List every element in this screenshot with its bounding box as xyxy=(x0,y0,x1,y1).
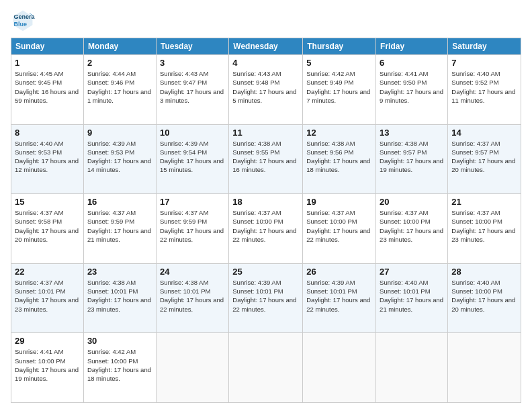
calendar-cell: 14Sunrise: 4:37 AMSunset: 9:57 PMDayligh… xyxy=(448,124,521,194)
day-number: 4 xyxy=(232,58,299,68)
day-number: 14 xyxy=(451,128,517,138)
day-info: Sunrise: 4:38 AMSunset: 9:55 PMDaylight:… xyxy=(232,139,299,175)
day-info: Sunrise: 4:39 AMSunset: 9:53 PMDaylight:… xyxy=(87,139,152,175)
calendar-cell: 19Sunrise: 4:37 AMSunset: 10:00 PMDaylig… xyxy=(303,194,376,264)
day-info: Sunrise: 4:40 AMSunset: 9:52 PMDaylight:… xyxy=(451,69,517,105)
day-info: Sunrise: 4:37 AMSunset: 10:00 PMDaylight… xyxy=(232,208,299,244)
calendar-cell: 25Sunrise: 4:39 AMSunset: 10:01 PMDaylig… xyxy=(229,263,303,333)
day-number: 13 xyxy=(380,128,444,138)
day-info: Sunrise: 4:37 AMSunset: 10:00 PMDaylight… xyxy=(380,208,444,244)
calendar-cell: 24Sunrise: 4:38 AMSunset: 10:01 PMDaylig… xyxy=(156,263,228,333)
day-number: 27 xyxy=(380,267,444,277)
calendar-cell: 9Sunrise: 4:39 AMSunset: 9:53 PMDaylight… xyxy=(83,124,156,194)
day-info: Sunrise: 4:39 AMSunset: 10:01 PMDaylight… xyxy=(306,278,372,314)
day-number: 18 xyxy=(232,197,299,207)
header-day-tuesday: Tuesday xyxy=(156,38,228,55)
day-number: 25 xyxy=(232,267,299,277)
calendar-cell: 6Sunrise: 4:41 AMSunset: 9:50 PMDaylight… xyxy=(376,55,448,125)
day-info: Sunrise: 4:42 AMSunset: 9:49 PMDaylight:… xyxy=(306,69,372,105)
calendar-cell xyxy=(229,333,303,403)
day-info: Sunrise: 4:37 AMSunset: 9:57 PMDaylight:… xyxy=(451,139,517,175)
calendar-cell: 1Sunrise: 4:45 AMSunset: 9:45 PMDaylight… xyxy=(11,55,84,125)
day-number: 6 xyxy=(380,58,444,68)
header-day-wednesday: Wednesday xyxy=(229,38,303,55)
calendar-cell: 23Sunrise: 4:38 AMSunset: 10:01 PMDaylig… xyxy=(83,263,156,333)
day-info: Sunrise: 4:39 AMSunset: 10:01 PMDaylight… xyxy=(232,278,299,314)
calendar-cell: 30Sunrise: 4:42 AMSunset: 10:00 PMDaylig… xyxy=(83,333,156,403)
day-number: 28 xyxy=(451,267,517,277)
day-info: Sunrise: 4:40 AMSunset: 10:01 PMDaylight… xyxy=(380,278,444,314)
week-row-5: 29Sunrise: 4:41 AMSunset: 10:00 PMDaylig… xyxy=(11,333,521,403)
week-row-1: 1Sunrise: 4:45 AMSunset: 9:45 PMDaylight… xyxy=(11,55,521,125)
calendar-cell: 22Sunrise: 4:37 AMSunset: 10:01 PMDaylig… xyxy=(11,263,84,333)
calendar-cell: 11Sunrise: 4:38 AMSunset: 9:55 PMDayligh… xyxy=(229,124,303,194)
day-number: 15 xyxy=(15,197,80,207)
calendar-cell: 20Sunrise: 4:37 AMSunset: 10:00 PMDaylig… xyxy=(376,194,448,264)
calendar-cell xyxy=(376,333,448,403)
day-number: 29 xyxy=(15,336,80,346)
calendar-cell: 10Sunrise: 4:39 AMSunset: 9:54 PMDayligh… xyxy=(156,124,228,194)
day-info: Sunrise: 4:37 AMSunset: 10:01 PMDaylight… xyxy=(15,278,80,314)
calendar-cell: 3Sunrise: 4:43 AMSunset: 9:47 PMDaylight… xyxy=(156,55,228,125)
calendar-cell: 28Sunrise: 4:40 AMSunset: 10:00 PMDaylig… xyxy=(448,263,521,333)
header-day-sunday: Sunday xyxy=(11,38,84,55)
calendar-cell: 12Sunrise: 4:38 AMSunset: 9:56 PMDayligh… xyxy=(303,124,376,194)
calendar-cell: 8Sunrise: 4:40 AMSunset: 9:53 PMDaylight… xyxy=(11,124,84,194)
calendar-table: SundayMondayTuesdayWednesdayThursdayFrid… xyxy=(11,38,521,403)
day-info: Sunrise: 4:37 AMSunset: 10:00 PMDaylight… xyxy=(306,208,372,244)
day-number: 30 xyxy=(87,336,152,346)
day-info: Sunrise: 4:37 AMSunset: 9:58 PMDaylight:… xyxy=(15,208,80,244)
day-info: Sunrise: 4:44 AMSunset: 9:46 PMDaylight:… xyxy=(87,69,152,105)
day-number: 16 xyxy=(87,197,152,207)
day-info: Sunrise: 4:38 AMSunset: 9:56 PMDaylight:… xyxy=(306,139,372,175)
day-number: 23 xyxy=(87,267,152,277)
day-number: 24 xyxy=(160,267,225,277)
day-info: Sunrise: 4:42 AMSunset: 10:00 PMDaylight… xyxy=(87,347,152,383)
day-info: Sunrise: 4:43 AMSunset: 9:48 PMDaylight:… xyxy=(232,69,299,105)
calendar-cell: 27Sunrise: 4:40 AMSunset: 10:01 PMDaylig… xyxy=(376,263,448,333)
logo-icon: General Blue xyxy=(11,8,35,32)
day-info: Sunrise: 4:38 AMSunset: 10:01 PMDaylight… xyxy=(87,278,152,314)
day-number: 21 xyxy=(451,197,517,207)
day-number: 22 xyxy=(15,267,80,277)
day-info: Sunrise: 4:41 AMSunset: 9:50 PMDaylight:… xyxy=(380,69,444,105)
day-info: Sunrise: 4:38 AMSunset: 9:57 PMDaylight:… xyxy=(380,139,444,175)
day-info: Sunrise: 4:38 AMSunset: 10:01 PMDaylight… xyxy=(160,278,225,314)
logo: General Blue xyxy=(11,8,38,32)
day-number: 3 xyxy=(160,58,225,68)
day-number: 9 xyxy=(87,128,152,138)
day-number: 10 xyxy=(160,128,225,138)
day-number: 19 xyxy=(306,197,372,207)
header: General Blue xyxy=(11,8,521,32)
calendar-cell: 16Sunrise: 4:37 AMSunset: 9:59 PMDayligh… xyxy=(83,194,156,264)
day-number: 17 xyxy=(160,197,225,207)
calendar-body: 1Sunrise: 4:45 AMSunset: 9:45 PMDaylight… xyxy=(11,55,521,403)
day-info: Sunrise: 4:43 AMSunset: 9:47 PMDaylight:… xyxy=(160,69,225,105)
calendar-cell: 4Sunrise: 4:43 AMSunset: 9:48 PMDaylight… xyxy=(229,55,303,125)
calendar-header-row: SundayMondayTuesdayWednesdayThursdayFrid… xyxy=(11,38,521,55)
header-day-thursday: Thursday xyxy=(303,38,376,55)
calendar-cell: 21Sunrise: 4:37 AMSunset: 10:00 PMDaylig… xyxy=(448,194,521,264)
calendar-cell: 26Sunrise: 4:39 AMSunset: 10:01 PMDaylig… xyxy=(303,263,376,333)
calendar-cell: 18Sunrise: 4:37 AMSunset: 10:00 PMDaylig… xyxy=(229,194,303,264)
day-number: 12 xyxy=(306,128,372,138)
day-number: 11 xyxy=(232,128,299,138)
day-number: 5 xyxy=(306,58,372,68)
day-number: 20 xyxy=(380,197,444,207)
calendar-cell xyxy=(303,333,376,403)
calendar-cell: 7Sunrise: 4:40 AMSunset: 9:52 PMDaylight… xyxy=(448,55,521,125)
day-number: 26 xyxy=(306,267,372,277)
day-info: Sunrise: 4:41 AMSunset: 10:00 PMDaylight… xyxy=(15,347,80,383)
day-info: Sunrise: 4:45 AMSunset: 9:45 PMDaylight:… xyxy=(15,69,80,105)
calendar-cell xyxy=(156,333,228,403)
header-day-saturday: Saturday xyxy=(448,38,521,55)
day-info: Sunrise: 4:37 AMSunset: 9:59 PMDaylight:… xyxy=(87,208,152,244)
day-number: 2 xyxy=(87,58,152,68)
calendar-cell xyxy=(448,333,521,403)
week-row-2: 8Sunrise: 4:40 AMSunset: 9:53 PMDaylight… xyxy=(11,124,521,194)
calendar-cell: 17Sunrise: 4:37 AMSunset: 9:59 PMDayligh… xyxy=(156,194,228,264)
day-info: Sunrise: 4:39 AMSunset: 9:54 PMDaylight:… xyxy=(160,139,225,175)
day-info: Sunrise: 4:37 AMSunset: 9:59 PMDaylight:… xyxy=(160,208,225,244)
page: General Blue SundayMondayTuesdayWednesda… xyxy=(0,0,532,411)
day-number: 1 xyxy=(15,58,80,68)
